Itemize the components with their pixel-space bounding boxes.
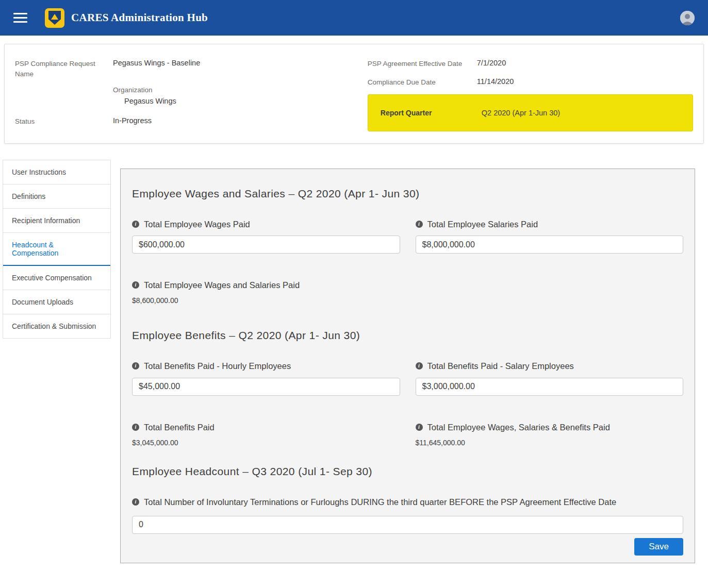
app-logo-icon <box>45 8 64 28</box>
organization-group: Organization Pegasus Wings <box>113 86 176 105</box>
benefits-salary-input[interactable] <box>416 378 684 396</box>
benefits-section-heading: Employee Benefits – Q2 2020 (Apr 1- Jun … <box>132 329 683 342</box>
sidebar-item-user-instructions[interactable]: User Instructions <box>3 160 110 184</box>
wages-field-group: Total Employee Wages Paid <box>132 217 400 254</box>
request-name-label: PSP Compliance Request Name <box>15 58 113 79</box>
headcount-compensation-panel: Employee Wages and Salaries – Q2 2020 (A… <box>120 169 695 563</box>
terminations-field-group: Total Number of Involuntary Terminations… <box>132 495 683 533</box>
request-name-value: Pegasus Wings - Baseline <box>113 58 200 79</box>
info-icon[interactable] <box>132 221 139 228</box>
wages-section-heading: Employee Wages and Salaries – Q2 2020 (A… <box>132 188 683 200</box>
top-navbar: CARES Administration Hub <box>0 0 708 36</box>
effective-date-value: 7/1/2020 <box>477 58 506 69</box>
summary-right-column: PSP Agreement Effective Date 7/1/2020 Co… <box>368 58 693 134</box>
wages-input[interactable] <box>132 236 400 254</box>
app-title: CARES Administration Hub <box>71 11 208 24</box>
info-icon[interactable] <box>416 424 423 431</box>
wages-salaries-total-value: $8,600,000.00 <box>132 296 683 305</box>
sidebar-item-certification-submission[interactable]: Certification & Submission <box>3 314 110 339</box>
report-quarter-value: Q2 2020 (Apr 1-Jun 30) <box>482 109 560 117</box>
wages-field-label: Total Employee Wages Paid <box>144 217 250 231</box>
sidebar-item-executive-compensation[interactable]: Executive Compensation <box>3 266 110 290</box>
status-label: Status <box>15 115 113 127</box>
headcount-section-heading: Employee Headcount – Q3 2020 (Jul 1- Sep… <box>132 465 683 478</box>
wages-salaries-benefits-total-label: Total Employee Wages, Salaries & Benefit… <box>427 421 610 434</box>
benefits-total-label: Total Benefits Paid <box>144 421 215 434</box>
benefits-hourly-field-group: Total Benefits Paid - Hourly Employees <box>132 359 400 395</box>
sidebar-item-headcount-compensation[interactable]: Headcount & Compensation <box>3 233 110 266</box>
terminations-field-label: Total Number of Involuntary Terminations… <box>144 495 616 509</box>
organization-value: Pegasus Wings <box>113 96 176 105</box>
benefits-salary-field-group: Total Benefits Paid - Salary Employees <box>416 359 684 395</box>
info-icon[interactable] <box>132 424 139 431</box>
sidebar-item-definitions[interactable]: Definitions <box>3 184 110 209</box>
benefits-total-value: $3,045,000.00 <box>132 439 400 447</box>
info-icon[interactable] <box>132 498 139 506</box>
save-button[interactable]: Save <box>634 538 683 556</box>
due-date-value: 11/14/2020 <box>477 76 514 88</box>
salaries-input[interactable] <box>416 236 684 254</box>
menu-icon[interactable] <box>13 10 27 25</box>
summary-left-column: PSP Compliance Request Name Pegasus Wing… <box>15 58 368 134</box>
report-quarter-banner: Report Quarter Q2 2020 (Apr 1-Jun 30) <box>368 94 693 131</box>
sidebar-item-document-uploads[interactable]: Document Uploads <box>3 290 110 314</box>
sidebar-item-recipient-information[interactable]: Recipient Information <box>3 209 110 233</box>
effective-date-label: PSP Agreement Effective Date <box>368 58 477 69</box>
due-date-label: Compliance Due Date <box>368 76 477 88</box>
wages-salaries-benefits-total-group: Total Employee Wages, Salaries & Benefit… <box>416 421 684 447</box>
benefits-hourly-input[interactable] <box>132 378 400 396</box>
organization-label: Organization <box>113 86 176 94</box>
terminations-input[interactable] <box>132 516 683 534</box>
wages-salaries-total-group: Total Employee Wages and Salaries Paid $… <box>132 278 683 305</box>
salaries-field-group: Total Employee Salaries Paid <box>416 217 684 254</box>
wages-salaries-total-label: Total Employee Wages and Salaries Paid <box>144 278 300 292</box>
info-icon[interactable] <box>132 281 139 289</box>
info-icon[interactable] <box>416 221 423 228</box>
compliance-summary-card: PSP Compliance Request Name Pegasus Wing… <box>4 44 704 144</box>
info-icon[interactable] <box>416 362 423 369</box>
user-avatar-icon[interactable] <box>680 11 695 25</box>
report-quarter-label: Report Quarter <box>381 109 482 117</box>
salaries-field-label: Total Employee Salaries Paid <box>427 217 538 231</box>
section-sidebar: User Instructions Definitions Recipient … <box>3 160 111 339</box>
info-icon[interactable] <box>132 362 139 369</box>
shield-icon <box>48 11 61 25</box>
content-area: User Instructions Definitions Recipient … <box>0 160 708 586</box>
benefits-salary-field-label: Total Benefits Paid - Salary Employees <box>427 359 574 373</box>
benefits-total-group: Total Benefits Paid $3,045,000.00 <box>132 421 400 447</box>
status-value: In-Progress <box>113 115 152 127</box>
benefits-hourly-field-label: Total Benefits Paid - Hourly Employees <box>144 359 291 373</box>
wages-salaries-benefits-total-value: $11,645,000.00 <box>416 439 684 447</box>
